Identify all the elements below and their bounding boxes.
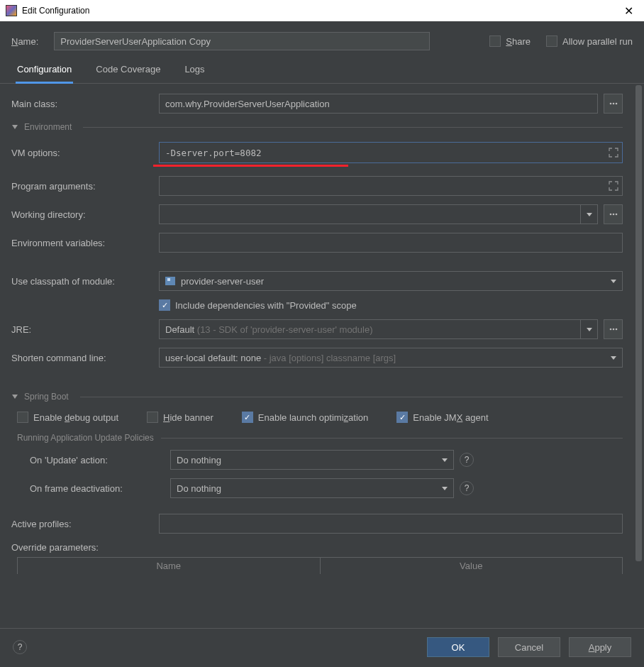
jre-value: Default (13 - SDK of 'provider-server-us…: [165, 324, 373, 335]
titlebar: Edit Configuration ✕: [0, 0, 644, 21]
environment-variables-label: Environment variables:: [11, 238, 153, 248]
enable-debug-output-label: Enable debug output: [33, 412, 118, 423]
ellipsis-icon: [609, 99, 618, 109]
main-class-label: Main class:: [11, 99, 153, 109]
allow-parallel-checkbox[interactable]: Allow parallel run: [546, 35, 633, 47]
dialog-footer: ? OK Cancel Apply: [0, 628, 644, 667]
ok-button[interactable]: OK: [427, 637, 489, 657]
svg-marker-16: [442, 487, 448, 490]
svg-marker-3: [12, 125, 18, 129]
svg-point-11: [612, 329, 614, 331]
main-class-row: Main class:: [11, 94, 623, 114]
checkbox-icon: [546, 35, 557, 47]
name-input[interactable]: [54, 32, 430, 50]
ellipsis-icon: [609, 324, 618, 334]
allow-parallel-label: Allow parallel run: [562, 36, 633, 47]
checkbox-checked-icon: [242, 412, 253, 423]
enable-jmx-agent-checkbox[interactable]: Enable JMX agent: [396, 412, 488, 423]
browse-working-directory-button[interactable]: [604, 204, 623, 224]
enable-debug-output-checkbox[interactable]: Enable debug output: [17, 412, 118, 423]
module-icon: [165, 277, 175, 285]
scroll-thumb[interactable]: [635, 85, 642, 561]
tab-code-coverage[interactable]: Code Coverage: [94, 58, 162, 84]
spring-boot-section-toggle[interactable]: Spring Boot: [11, 392, 623, 402]
include-provided-checkbox[interactable]: Include dependencies with "Provided" sco…: [159, 299, 357, 311]
vm-options-input[interactable]: [159, 142, 623, 163]
app-icon: [6, 5, 17, 16]
shorten-command-label: Shorten command line:: [11, 353, 153, 363]
enable-launch-optimization-label: Enable launch optimization: [258, 412, 368, 423]
chevron-down-icon: [11, 393, 18, 400]
classpath-module-select[interactable]: provider-server-user: [159, 271, 623, 291]
ellipsis-icon: [609, 209, 618, 219]
svg-point-0: [609, 103, 611, 105]
update-policies-header: Running Application Update Policies: [17, 433, 623, 443]
apply-button[interactable]: Apply: [569, 637, 631, 657]
tab-logs[interactable]: Logs: [183, 58, 206, 84]
vm-options-row: VM options:: [11, 142, 623, 163]
vm-options-label: VM options:: [11, 148, 153, 158]
main-class-input[interactable]: [159, 94, 598, 114]
enable-launch-optimization-checkbox[interactable]: Enable launch optimization: [242, 412, 368, 423]
help-icon[interactable]: ?: [460, 453, 474, 467]
working-directory-row: Working directory:: [11, 204, 623, 224]
classpath-module-label: Use classpath of module:: [11, 276, 153, 287]
chevron-down-icon: [441, 485, 448, 492]
shorten-command-select[interactable]: user-local default: none - java [options…: [159, 348, 623, 368]
override-parameters-table-header: Name Value: [17, 557, 623, 574]
browse-main-class-button[interactable]: [604, 94, 623, 114]
working-directory-label: Working directory:: [11, 209, 153, 220]
on-frame-deactivation-select[interactable]: Do nothing: [170, 478, 454, 498]
environment-variables-row: Environment variables:: [11, 233, 623, 253]
svg-point-7: [615, 214, 617, 216]
spring-boot-section-label: Spring Boot: [24, 392, 69, 402]
checkbox-checked-icon: [159, 299, 170, 311]
svg-point-12: [615, 329, 617, 331]
column-header-value: Value: [321, 558, 623, 574]
tab-configuration[interactable]: Configuration: [16, 58, 73, 84]
checkbox-icon: [17, 412, 28, 423]
chevron-down-icon: [610, 354, 617, 361]
on-frame-deactivation-row: On frame deactivation: Do nothing ?: [30, 478, 623, 498]
shorten-command-row: Shorten command line: user-local default…: [11, 348, 623, 368]
jre-row: JRE: Default (13 - SDK of 'provider-serv…: [11, 319, 623, 339]
enable-jmx-agent-label: Enable JMX agent: [413, 412, 488, 423]
name-row: Name: Share Allow parallel run: [0, 21, 644, 57]
environment-variables-input[interactable]: [159, 233, 623, 253]
share-checkbox[interactable]: Share: [489, 35, 531, 47]
svg-marker-13: [611, 356, 616, 360]
cancel-button[interactable]: Cancel: [498, 637, 560, 657]
svg-marker-15: [442, 458, 448, 462]
tab-bar: Configuration Code Coverage Logs: [0, 57, 644, 84]
chevron-down-icon: [610, 277, 617, 285]
scrollbar[interactable]: [635, 85, 643, 627]
close-icon[interactable]: ✕: [613, 0, 644, 21]
dialog-body: Name: Share Allow parallel run Configura…: [0, 21, 644, 667]
svg-point-6: [612, 214, 614, 216]
hide-banner-checkbox[interactable]: Hide banner: [147, 412, 213, 423]
active-profiles-input[interactable]: [159, 514, 623, 534]
include-provided-row: Include dependencies with "Provided" sco…: [11, 299, 623, 311]
browse-jre-button[interactable]: [604, 319, 623, 339]
environment-section-toggle[interactable]: Environment: [11, 122, 623, 132]
working-directory-input[interactable]: [159, 204, 598, 224]
jre-select[interactable]: Default (13 - SDK of 'provider-server-us…: [159, 319, 598, 339]
svg-point-2: [615, 103, 617, 105]
help-button[interactable]: ?: [13, 640, 27, 654]
svg-marker-4: [587, 213, 592, 216]
jre-label: JRE:: [11, 324, 153, 335]
program-arguments-row: Program arguments:: [11, 176, 623, 196]
on-frame-deactivation-label: On frame deactivation:: [30, 483, 165, 494]
on-update-action-select[interactable]: Do nothing: [170, 450, 454, 470]
program-arguments-label: Program arguments:: [11, 181, 153, 192]
checkbox-checked-icon: [396, 412, 408, 423]
svg-marker-14: [12, 395, 18, 399]
column-header-name: Name: [18, 558, 321, 574]
highlight-underline: [153, 165, 348, 167]
on-update-action-value: Do nothing: [177, 455, 221, 465]
help-icon[interactable]: ?: [460, 481, 474, 495]
checkbox-icon: [147, 412, 158, 423]
chevron-down-icon: [441, 456, 448, 463]
active-profiles-label: Active profiles:: [11, 519, 153, 529]
program-arguments-input[interactable]: [159, 176, 623, 196]
